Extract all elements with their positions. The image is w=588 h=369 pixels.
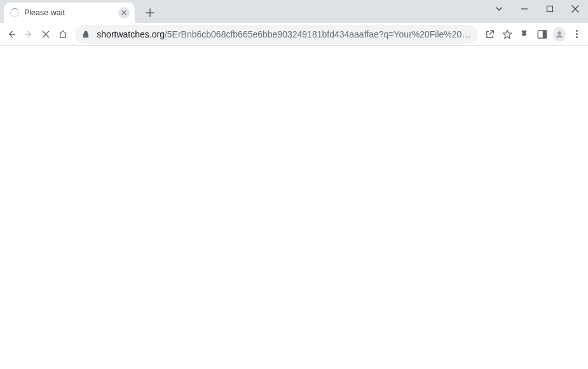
arrow-left-icon: [6, 29, 17, 39]
svg-rect-0: [547, 6, 553, 12]
chevron-down-icon: [495, 5, 503, 13]
window-minimize-button[interactable]: [516, 1, 533, 17]
bookmark-button[interactable]: [500, 25, 515, 43]
browser-toolbar: shortwatches.org/5ErBnb6cb068cfb665e6bbe…: [0, 23, 588, 46]
window-maximize-button[interactable]: [541, 1, 559, 17]
url-path: /5ErBnb6cb068cfb665e6bbe903249181bfd434a…: [165, 29, 472, 39]
vertical-dots-icon: [576, 30, 578, 38]
tab-strip: Please wait: [0, 0, 588, 23]
extensions-button[interactable]: [517, 25, 532, 43]
share-icon: [484, 29, 496, 40]
tab-title: Please wait: [24, 8, 118, 17]
close-icon: [121, 10, 126, 15]
tabs-dropdown-button[interactable]: [490, 1, 508, 17]
window-close-button[interactable]: [566, 1, 584, 17]
close-icon: [571, 5, 579, 13]
puzzle-icon: [519, 29, 531, 40]
browser-tab[interactable]: Please wait: [4, 3, 135, 23]
back-button[interactable]: [4, 25, 18, 43]
share-button[interactable]: [483, 25, 498, 43]
menu-button[interactable]: [570, 25, 584, 43]
page-content: [0, 46, 588, 369]
maximize-icon: [546, 5, 554, 13]
plus-icon: [146, 8, 154, 17]
svg-point-3: [557, 31, 561, 34]
loading-spinner-icon: [10, 8, 19, 17]
star-icon: [502, 29, 513, 40]
arrow-right-icon: [24, 29, 34, 39]
minimize-icon: [521, 5, 528, 13]
tab-close-button[interactable]: [118, 7, 130, 18]
address-bar[interactable]: shortwatches.org/5ErBnb6cb068cfb665e6bbe…: [75, 25, 478, 44]
home-button[interactable]: [55, 25, 70, 43]
side-panel-icon: [537, 29, 548, 40]
stop-reload-button[interactable]: [38, 25, 53, 43]
forward-button[interactable]: [21, 25, 36, 43]
new-tab-button[interactable]: [141, 4, 159, 22]
home-icon: [58, 29, 68, 39]
lock-icon: [81, 30, 90, 39]
side-panel-button[interactable]: [535, 25, 549, 43]
stop-icon: [41, 29, 51, 39]
svg-rect-2: [542, 30, 546, 38]
window-controls: [490, 1, 584, 17]
person-icon: [554, 29, 564, 39]
url-domain: shortwatches.org: [97, 29, 165, 39]
profile-button[interactable]: [553, 27, 566, 42]
